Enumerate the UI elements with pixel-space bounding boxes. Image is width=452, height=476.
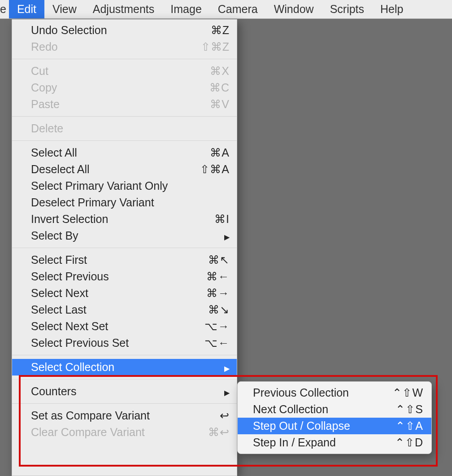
menu-select-first[interactable]: Select First ⌘↖ bbox=[12, 252, 237, 268]
menu-select-collection[interactable]: Select Collection bbox=[12, 359, 237, 376]
edit-dropdown: Undo Selection ⌘Z Redo ⇧⌘Z Cut ⌘X Copy ⌘… bbox=[12, 19, 237, 476]
menu-shortcut: ⌘I bbox=[189, 213, 230, 226]
menu-shortcut: ⌃⇧W bbox=[383, 386, 423, 399]
menu-label: Select Next Set bbox=[31, 320, 184, 333]
menu-label: Delete bbox=[31, 122, 184, 135]
menu-copy: Copy ⌘C bbox=[12, 79, 237, 96]
menu-shortcut: ⌘Z bbox=[189, 24, 230, 37]
menu-redo: Redo ⇧⌘Z bbox=[12, 39, 237, 55]
menu-set-as-compare-variant[interactable]: Set as Compare Variant ↩ bbox=[12, 407, 237, 424]
menu-label: Step Out / Collapse bbox=[253, 419, 378, 432]
submenu-previous-collection[interactable]: Previous Collection ⌃⇧W bbox=[238, 384, 431, 401]
menu-deselect-primary-variant[interactable]: Deselect Primary Variant bbox=[12, 194, 237, 211]
menu-label: Deselect All bbox=[31, 163, 184, 176]
menu-label: Select Last bbox=[31, 303, 184, 316]
menu-shortcut: ⇧⌘Z bbox=[189, 40, 230, 53]
menu-deselect-all[interactable]: Deselect All ⇧⌘A bbox=[12, 161, 237, 178]
menu-select-all[interactable]: Select All ⌘A bbox=[12, 144, 237, 161]
menubar: e Edit View Adjustments Image Camera Win… bbox=[0, 0, 452, 19]
menu-separator bbox=[12, 379, 237, 380]
menu-shortcut: ⌘V bbox=[189, 98, 230, 111]
menu-label: Redo bbox=[31, 40, 184, 53]
menu-shortcut: ⌘C bbox=[189, 81, 230, 94]
menu-label: Select By bbox=[31, 229, 215, 242]
menu-cut: Cut ⌘X bbox=[12, 63, 237, 79]
menubar-item-camera[interactable]: Camera bbox=[210, 0, 266, 18]
menu-select-last[interactable]: Select Last ⌘↘ bbox=[12, 301, 237, 318]
menubar-item-image[interactable]: Image bbox=[162, 0, 209, 18]
select-collection-submenu: Previous Collection ⌃⇧W Next Collection … bbox=[237, 381, 432, 454]
menu-label: Undo Selection bbox=[31, 24, 184, 37]
menu-label: Next Collection bbox=[253, 403, 378, 416]
submenu-step-out-collapse[interactable]: Step Out / Collapse ⌃⇧A bbox=[238, 418, 431, 434]
submenu-arrow-icon bbox=[221, 385, 230, 398]
menu-label: Select Previous Set bbox=[31, 336, 184, 349]
menu-separator bbox=[12, 248, 237, 248]
menu-separator bbox=[12, 116, 237, 117]
menu-label: Select All bbox=[31, 146, 184, 159]
menu-select-by[interactable]: Select By bbox=[12, 227, 237, 244]
menu-undo-selection[interactable]: Undo Selection ⌘Z bbox=[12, 22, 237, 39]
menu-shortcut: ⌘X bbox=[189, 65, 230, 78]
menu-clear-compare-variant: Clear Compare Variant ⌘↩ bbox=[12, 424, 237, 441]
submenu-step-in-expand[interactable]: Step In / Expand ⌃⇧D bbox=[238, 434, 431, 451]
menu-shortcut: ⌘↖ bbox=[189, 253, 230, 266]
menubar-item-edit[interactable]: Edit bbox=[9, 0, 44, 18]
menu-label: Select First bbox=[31, 253, 184, 266]
submenu-next-collection[interactable]: Next Collection ⌃⇧S bbox=[238, 401, 431, 418]
menu-label: Previous Collection bbox=[253, 386, 378, 399]
submenu-arrow-icon bbox=[221, 361, 230, 374]
menu-label: Deselect Primary Variant bbox=[31, 196, 184, 209]
menu-shortcut: ⇧⌘A bbox=[189, 163, 230, 176]
menubar-item-partial[interactable]: e bbox=[0, 0, 9, 18]
menu-label: Counters bbox=[31, 385, 215, 398]
menu-label: Step In / Expand bbox=[253, 436, 378, 449]
menu-separator bbox=[12, 140, 237, 141]
menu-select-previous-set[interactable]: Select Previous Set ⌥← bbox=[12, 335, 237, 351]
menu-label: Clear Compare Variant bbox=[31, 426, 184, 439]
menu-label: Cut bbox=[31, 65, 184, 78]
menubar-item-adjustments[interactable]: Adjustments bbox=[85, 0, 163, 18]
menu-label: Select Collection bbox=[31, 361, 215, 374]
menu-select-previous[interactable]: Select Previous ⌘← bbox=[12, 268, 237, 285]
menu-separator bbox=[12, 403, 237, 404]
menu-select-primary-variant-only[interactable]: Select Primary Variant Only bbox=[12, 178, 237, 194]
menu-label: Copy bbox=[31, 81, 184, 94]
menubar-item-window[interactable]: Window bbox=[266, 0, 322, 18]
menu-shortcut: ⌘↘ bbox=[189, 303, 230, 316]
menu-shortcut: ↩ bbox=[189, 409, 230, 422]
menu-label: Select Previous bbox=[31, 270, 184, 283]
menu-separator bbox=[12, 355, 237, 355]
menu-shortcut: ⌘→ bbox=[189, 287, 230, 300]
menu-invert-selection[interactable]: Invert Selection ⌘I bbox=[12, 211, 237, 227]
menu-counters[interactable]: Counters bbox=[12, 383, 237, 400]
menu-shortcut: ⌘A bbox=[189, 146, 230, 159]
menu-shortcut: ⌥→ bbox=[189, 320, 230, 333]
menubar-item-help[interactable]: Help bbox=[372, 0, 411, 18]
menu-paste: Paste ⌘V bbox=[12, 96, 237, 113]
menu-shortcut: ⌃⇧A bbox=[383, 419, 423, 432]
menu-label: Select Next bbox=[31, 287, 184, 300]
menu-shortcut: ⌃⇧S bbox=[383, 403, 423, 416]
menu-label: Paste bbox=[31, 98, 184, 111]
menu-delete: Delete bbox=[12, 120, 237, 137]
menubar-item-scripts[interactable]: Scripts bbox=[322, 0, 372, 18]
menu-shortcut: ⌥← bbox=[189, 336, 230, 349]
menu-separator bbox=[12, 59, 237, 59]
menu-select-next-set[interactable]: Select Next Set ⌥→ bbox=[12, 318, 237, 335]
menu-shortcut: ⌘← bbox=[189, 270, 230, 283]
menu-label: Select Primary Variant Only bbox=[31, 179, 184, 192]
menu-label: Set as Compare Variant bbox=[31, 409, 184, 422]
menu-select-next[interactable]: Select Next ⌘→ bbox=[12, 285, 237, 301]
menu-label: Invert Selection bbox=[31, 213, 184, 226]
submenu-arrow-icon bbox=[221, 229, 230, 242]
menubar-item-view[interactable]: View bbox=[44, 0, 85, 18]
menu-shortcut: ⌃⇧D bbox=[383, 436, 423, 449]
menu-shortcut: ⌘↩ bbox=[189, 426, 230, 439]
